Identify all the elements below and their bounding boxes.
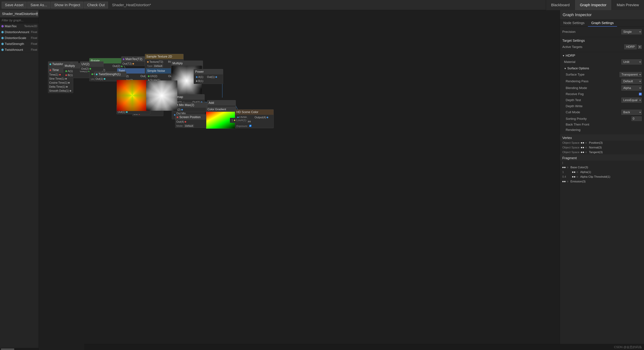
save-asset-button[interactable]: Save Asset (2, 2, 26, 8)
vertex-tangent-row: Object Space ○ Tangent(3) (560, 150, 644, 155)
vport-dots-tangent: ○ (581, 151, 588, 154)
tab-graph-inspector[interactable]: Graph Inspector (574, 0, 612, 10)
inspector-tabs: Node Settings Graph Settings (560, 20, 644, 27)
dot (196, 80, 198, 82)
node-time-port-delta: Delta Time(1) (48, 85, 73, 89)
top-right-tabs: Blackboard Graph Inspector Main Preview (546, 0, 644, 10)
check-out-button[interactable]: Check Out (84, 2, 108, 8)
collapse-arrow-surface[interactable]: ▼ (564, 67, 566, 70)
bb-dot-twist-amount (1, 49, 4, 51)
dot (234, 120, 235, 121)
back-then-front-label: Back Then Front (566, 123, 642, 126)
right-panel: Graph Inspector Node Settings Graph Sett… (560, 10, 644, 350)
bb-item-twist-amount[interactable]: TwistAmount Float (0, 47, 38, 53)
vertex-normal-row: Object Space ○ Normal(3) (560, 145, 644, 150)
add-property-button[interactable]: + (36, 12, 38, 16)
twirl-preview (117, 80, 148, 111)
vertex-section-divider: Vertex (560, 134, 644, 140)
rendering-label: Rendering (566, 128, 642, 132)
surface-options-title: ▼ Surface Options (564, 67, 642, 70)
receive-fog-label: Receive Fog (566, 92, 638, 96)
main-layout: Shader_HeatDistortion + MainTex Texture2… (0, 10, 644, 350)
node-screen-position[interactable]: Screen Position Out(4) Mode: Default (175, 114, 206, 128)
bb-item-distortion-scale[interactable]: DistortionScale Float (0, 35, 38, 41)
tab-blackboard[interactable]: Blackboard (546, 0, 574, 10)
shader-name-label: Shader_HeatDistortion* (112, 3, 151, 7)
node-hdscenecolor-header: HD Scene Color (235, 109, 274, 115)
port-b: B(1) (64, 73, 74, 77)
node-power-header: Power (194, 69, 223, 74)
dot-rotation (92, 73, 93, 75)
receive-fog-checkbox[interactable]: ✓ (639, 93, 642, 95)
dot (104, 78, 106, 80)
node-maintex[interactable]: MainTex(T2) Out(T2) (121, 56, 145, 66)
precision-label: Precision (562, 30, 620, 34)
bb-item-distortion-amount[interactable]: DistortionAmount Float (0, 29, 38, 35)
vport-dots-position: ○ (581, 141, 588, 145)
hd-out: Output(4) (254, 115, 270, 119)
add-target-button[interactable]: + (638, 45, 642, 49)
dot-out (90, 68, 91, 70)
precision-section: Precision Single Half (560, 27, 644, 37)
status-text: CSDN @金思的码场 (614, 345, 642, 349)
bb-item-name-maintex: MainTex (5, 24, 23, 28)
bb-item-type-distortion-amount: Float (31, 30, 37, 34)
hdrp-section: ▼ HDRP Material Unlit Lit ▼ Surface Opti… (560, 52, 644, 134)
material-dropdown[interactable]: Unlit Lit (622, 59, 642, 64)
graph-canvas[interactable]: TwistAmount(1) Out(1) Time Time(1) Sine … (39, 10, 560, 350)
bb-dot-twist-strength (1, 43, 4, 45)
bb-dot-distortion-scale (1, 37, 4, 39)
bb-item-name-twist-strength: TwistStrength (5, 42, 30, 46)
precision-dropdown[interactable]: Single Half (622, 29, 642, 34)
bb-scrollbar[interactable] (0, 348, 38, 350)
port-dot-sine (65, 78, 67, 80)
dot (148, 75, 150, 77)
dot (184, 121, 186, 123)
dot (123, 58, 124, 60)
bb-item-name-twist-amount: TwistAmount (5, 48, 30, 52)
cull-mode-label: Cull Mode (566, 110, 620, 114)
node-time-dot (50, 69, 51, 71)
status-bar: CSDN @金思的码场 (84, 344, 644, 350)
node-twiststrength-header: TwistStrength(1) (94, 72, 126, 77)
node-maintex-header: MainTex(T2) (122, 56, 145, 62)
filter-input[interactable] (0, 18, 38, 23)
exposure-value-node[interactable]: 1 LosA(1) (230, 118, 248, 123)
shader-title-bar: Shader_HeatDistortion + (0, 10, 38, 18)
blending-mode-label: Blending Mode (566, 86, 620, 90)
node-power[interactable]: Power A(1) B(1) Out(1) (194, 69, 223, 84)
depth-test-dropdown[interactable]: LessEqual (622, 98, 642, 103)
material-row: Material Unlit Lit (564, 58, 642, 65)
tab-main-preview[interactable]: Main Preview (612, 0, 644, 10)
cull-mode-dropdown[interactable]: Back Front Off (622, 110, 642, 115)
tab-graph-settings[interactable]: Graph Settings (588, 20, 617, 26)
port-dot-a (65, 70, 67, 72)
surface-type-dropdown[interactable]: Transparent Opaque (620, 72, 642, 77)
bb-item-maintex[interactable]: MainTex Texture2D (0, 23, 38, 29)
dot (181, 109, 183, 111)
tab-node-settings[interactable]: Node Settings (560, 20, 588, 26)
blending-mode-dropdown[interactable]: Alpha Additive (622, 85, 642, 90)
node-uv-lt[interactable]: UV(2) Out(2) (80, 61, 104, 71)
bb-item-twist-strength[interactable]: TwistStrength Float (0, 41, 38, 47)
exposure-checkbox[interactable] (249, 125, 252, 127)
node-screenpos-header: Screen Position (175, 115, 206, 120)
bb-item-type-maintex: Texture2D (24, 24, 37, 28)
sorting-priority-input[interactable] (632, 116, 642, 121)
show-in-project-button[interactable]: Show In Project (51, 2, 83, 8)
left-panel: Shader_HeatDistortion + MainTex Texture2… (0, 10, 39, 350)
bb-item-type-distortion-scale: Float (31, 36, 37, 40)
rendering-row: Rendering (566, 127, 642, 133)
port-dot-b (65, 74, 67, 76)
rendering-pass-dropdown[interactable]: Default (622, 79, 642, 84)
collapse-arrow-icon[interactable]: ▼ (562, 54, 565, 57)
dot (216, 76, 217, 78)
node-multiply-right-header: Multiply (171, 61, 203, 66)
bb-dot-distortion-amount (1, 31, 4, 33)
surface-type-label: Surface Type (566, 73, 618, 76)
blending-mode-row: Blending Mode Alpha Additive (566, 85, 642, 91)
save-as-button[interactable]: Save As... (27, 2, 50, 8)
node-twiststrength[interactable]: TwistStrength(1) Out(1) (94, 71, 126, 81)
screenpos-out: Out(4) (175, 120, 206, 124)
port-dot-time (59, 74, 61, 75)
